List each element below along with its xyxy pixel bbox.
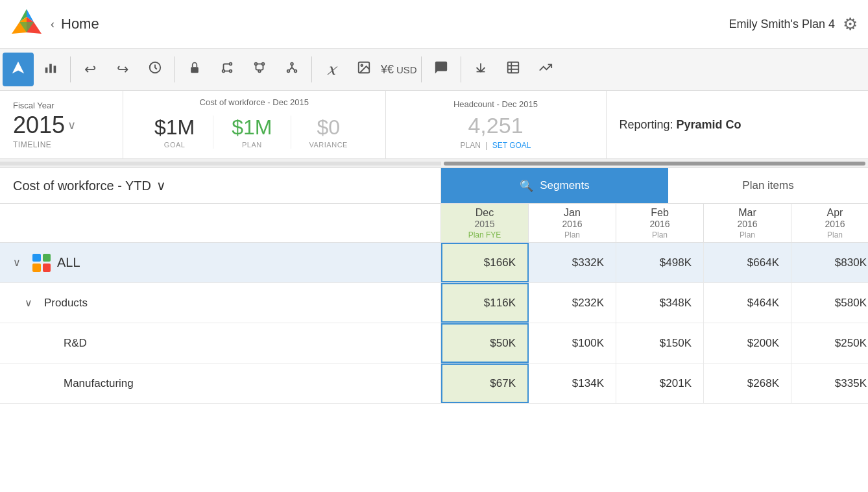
svg-point-17 [291,63,293,66]
user-section: Emily Smith's Plan 4 ⚙ [729,14,858,34]
table-row: ∨ Manufacturing $67K $134K $201K $268K $… [0,363,868,404]
col-year-apr: 2016 [825,219,845,229]
metric-chevron-icon: ∨ [156,178,166,193]
currency-icon-button[interactable]: ¥€ USD [381,53,417,86]
manufacturing-mar-cell: $268K [704,363,791,403]
products-jan-cell: $232K [529,283,616,323]
col-plan-mar-label: Plan [740,230,755,240]
workforce-plan-amount: $1M [232,116,272,140]
fiscal-year-value[interactable]: 2015 ∨ [13,112,110,139]
row-left-manufacturing: ∨ Manufacturing [0,363,441,403]
table-row: ∨ Products $116K $232K $348K $464K $580K [0,283,868,323]
all-row-cells: $166K $332K $498K $664K $830K [441,243,868,282]
metric-dropdown[interactable]: Cost of workforce - YTD ∨ [0,168,441,203]
headcount-title: Headcount - Dec 2015 [399,99,593,109]
manufacturing-apr-cell: $335K [791,363,868,403]
branch2-button[interactable] [244,53,275,86]
metric-label: Cost of workforce - YTD [13,178,151,193]
row-left-all: ∨ ALL [0,243,441,282]
grid-icon [32,254,51,272]
separator-3 [311,56,312,82]
redo-button[interactable]: ↪ [107,53,138,86]
comment-button[interactable] [426,53,457,86]
back-button[interactable]: ‹ [51,18,54,31]
col-plan-apr-label: Plan [827,230,843,240]
rnd-dec-cell: $50K [441,323,529,363]
manufacturing-row-cells: $67K $134K $201K $268K $335K [441,363,868,403]
tabs-area: 🔍 Segments Plan items [441,168,868,203]
branch3-icon [285,60,299,79]
col-header-apr-2016: Apr 2016 Plan [791,204,868,242]
workforce-variance-col: $0 VARIANCE [291,116,366,149]
image-button[interactable] [348,53,380,86]
rnd-row-label: R&D [64,337,87,350]
undo-icon: ↩ [84,61,96,78]
set-goal-link[interactable]: SET GOAL [492,141,531,150]
lock-button[interactable] [179,53,210,86]
gear-icon[interactable]: ⚙ [843,14,858,34]
history-button[interactable] [139,53,171,86]
table-row: ∨ R&D $50K $100K $150K $200K $250K [0,323,868,363]
svg-point-13 [230,70,232,73]
image-icon [357,60,371,79]
all-apr-cell: $830K [791,243,868,282]
scroll-thumb[interactable] [444,162,865,166]
workforce-title: Cost of workforce - Dec 2015 [136,97,372,107]
col-month-feb: Feb [651,207,669,219]
col-month-dec: Dec [476,207,494,219]
products-mar-cell: $464K [704,283,791,323]
scroll-track-left [0,162,441,166]
controls-row: Cost of workforce - YTD ∨ 🔍 Segments Pla… [0,168,868,204]
branch1-icon [220,60,234,79]
col-header-jan-2016: Jan 2016 Plan [529,204,616,242]
col-plan-feb-label: Plan [652,230,668,240]
italic-icon: 𝑥 [327,60,336,79]
svg-point-21 [361,64,363,66]
svg-rect-10 [191,67,199,73]
branch3-button[interactable] [276,53,307,86]
all-dec-cell[interactable]: $166K [441,243,529,282]
headcount-subs: PLAN | SET GOAL [399,141,593,150]
manufacturing-row-label: Manufacturing [64,377,134,390]
home-label[interactable]: Home [61,16,99,32]
trend-icon [538,60,553,79]
col-year-jan: 2016 [562,219,582,229]
products-apr-cell: $580K [791,283,868,323]
workforce-variance-amount: $0 [309,116,348,140]
expand-products-button[interactable]: ∨ [19,294,38,312]
all-jan-cell: $332K [529,243,616,282]
headcount-number: 4,251 [399,113,593,138]
download-button[interactable] [465,53,496,86]
svg-point-19 [295,70,297,73]
fiscal-sub-label: TIMELINE [13,140,110,149]
svg-rect-6 [45,68,48,73]
expand-all-button[interactable]: ∨ [8,254,26,271]
col-month-mar: Mar [738,207,756,219]
redo-icon: ↪ [117,61,128,78]
col-header-feb-2016: Feb 2016 Plan [616,204,704,242]
currency-icon: ¥€ [381,63,394,77]
reporting-text: Reporting: Pyramid Co [620,118,856,132]
table-row: ∨ ALL $166K $332K $498K $664K $830K [0,243,868,283]
logo [10,8,43,40]
manufacturing-dec-cell: $67K [441,363,529,403]
scroll-bar-area[interactable] [0,159,868,168]
tab-segments[interactable]: 🔍 Segments [441,168,668,203]
italic-button[interactable]: 𝑥 [316,53,347,86]
segments-search-icon: 🔍 [520,179,533,193]
bar-chart-button[interactable] [35,53,66,86]
undo-button[interactable]: ↩ [75,53,106,86]
col-month-apr: Apr [827,207,843,219]
cursor-tool-button[interactable] [3,53,34,86]
workforce-plan-label: PLAN [232,141,272,149]
column-headers: Dec 2015 Plan FYE Jan 2016 Plan Feb 2016… [0,204,868,243]
tab-plan-items[interactable]: Plan items [668,168,868,203]
branch1-button[interactable] [211,53,243,86]
trend-button[interactable] [530,53,561,86]
branch2-icon [252,60,267,79]
separator-4 [421,56,422,82]
table-view-button[interactable] [498,53,529,86]
fiscal-chevron-icon: ∨ [67,118,76,132]
workforce-goal-label: GOAL [154,141,195,149]
manufacturing-jan-cell: $134K [529,363,616,403]
